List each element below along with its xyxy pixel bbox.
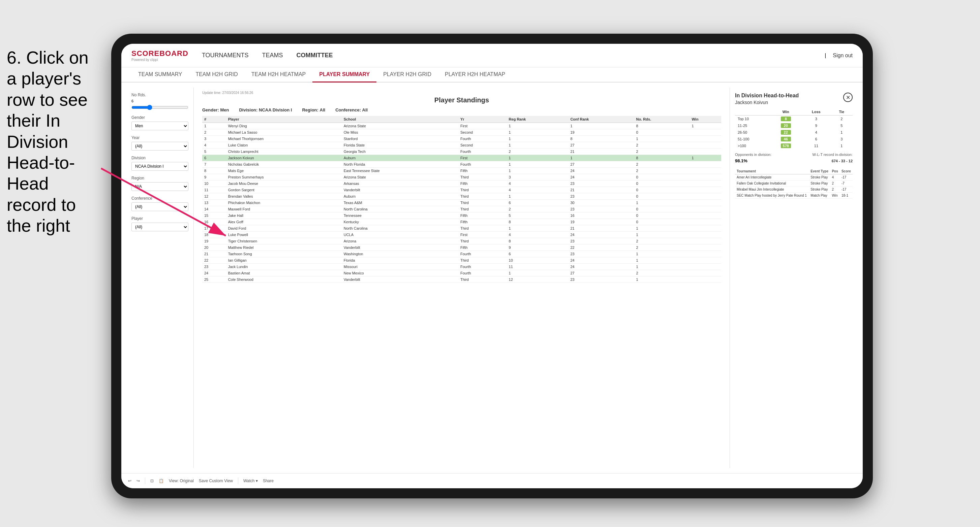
tournament-row[interactable]: Amer Ari Intercollegiate Stroke Play 4 -…	[735, 175, 853, 181]
no-rds-range[interactable]	[131, 105, 188, 110]
cell-num: 16	[202, 219, 226, 225]
year-select[interactable]: (All)	[131, 142, 188, 151]
tournament-row[interactable]: Mirabel Maui Jim Intercollegiate Stroke …	[735, 187, 853, 193]
watch-button[interactable]: Watch ▾	[243, 478, 258, 483]
tab-team-h2h-grid[interactable]: TEAM H2H GRID	[189, 67, 244, 83]
cell-school: Auburn	[342, 155, 458, 161]
cell-yr: First	[458, 232, 507, 238]
filter-division: Division NCAA Division I	[131, 156, 188, 171]
table-row[interactable]: 11 Gordon Sargent Vanderbilt Third 4 21 …	[202, 187, 721, 193]
cell-num: 23	[202, 264, 226, 270]
division-select[interactable]: NCAA Division I	[131, 162, 188, 171]
table-row[interactable]: 23 Jack Lundin Missouri Fourth 11 24 1	[202, 264, 721, 270]
nav-teams[interactable]: TEAMS	[262, 50, 283, 60]
table-row[interactable]: 12 Brendan Valles Auburn Third 1 23 0	[202, 193, 721, 200]
h2h-close-button[interactable]: ✕	[843, 93, 853, 102]
h2h-row-26-50[interactable]: 26-50 22 4 1	[735, 129, 853, 136]
table-row[interactable]: 9 Preston Summerhays Arizona State Third…	[202, 174, 721, 181]
cell-conf: 24	[568, 264, 634, 270]
cell-player: Phichaksn Maichon	[226, 200, 342, 206]
cell-player: Jackson Koivun	[226, 155, 342, 161]
table-row[interactable]: 3 Michael Thorbjornsen Stanford Fourth 1…	[202, 136, 721, 142]
h2h-row-51-100[interactable]: 51-100 46 6 3	[735, 136, 853, 143]
cell-conf: 23	[568, 181, 634, 187]
tournament-type: Stroke Play	[809, 175, 830, 181]
nav-committee[interactable]: COMMITTEE	[297, 50, 333, 60]
h2h-row-top10[interactable]: Top 10 8 3 2	[735, 116, 853, 122]
table-row[interactable]: 6 Jackson Koivun Auburn First 1 1 8 1	[202, 155, 721, 161]
cell-num: 2	[202, 129, 226, 136]
undo-button[interactable]: ↩	[128, 478, 131, 483]
sign-out-button[interactable]: Sign out	[833, 52, 853, 59]
paste-button[interactable]: 📋	[159, 478, 164, 483]
region-select[interactable]: N/A	[131, 182, 188, 191]
table-row[interactable]: 2 Michael La Sasso Ole Miss Second 1 19 …	[202, 129, 721, 136]
cell-num: 21	[202, 251, 226, 257]
no-rds-label: No Rds.	[131, 93, 188, 97]
sub-nav: TEAM SUMMARY TEAM H2H GRID TEAM H2H HEAT…	[121, 67, 863, 83]
tab-player-h2h-heatmap[interactable]: PLAYER H2H HEATMAP	[438, 67, 512, 83]
tab-player-h2h-grid[interactable]: PLAYER H2H GRID	[376, 67, 438, 83]
logo-subtitle: Powered by clippi	[131, 58, 188, 62]
tournament-row[interactable]: SEC Match Play hosted by Jerry Pate Roun…	[735, 193, 853, 199]
cell-rds: 0	[634, 193, 690, 200]
table-row[interactable]: 5 Christo Lamprecht Georgia Tech Fourth …	[202, 149, 721, 155]
nav-right: | Sign out	[825, 52, 853, 59]
cell-yr: Second	[458, 129, 507, 136]
table-row[interactable]: 15 Jake Hall Tennessee Fifth 5 16 0	[202, 213, 721, 219]
tab-team-summary[interactable]: TEAM SUMMARY	[131, 67, 189, 83]
cell-win	[690, 213, 721, 219]
h2h-table: Win Loss Tie Top 10 8 3 2	[735, 108, 853, 149]
nav-tournaments[interactable]: TOURNAMENTS	[202, 50, 249, 60]
h2h-header-row: Win Loss Tie	[735, 108, 853, 116]
table-row[interactable]: 17 David Ford North Carolina Third 1 21 …	[202, 225, 721, 232]
copy-button[interactable]: ⊡	[150, 478, 154, 483]
table-row[interactable]: 18 Luke Powell UCLA First 4 24 1	[202, 232, 721, 238]
save-custom-button[interactable]: Save Custom View	[199, 478, 233, 483]
cell-yr: First	[458, 123, 507, 129]
cell-num: 14	[202, 206, 226, 213]
h2h-loss-top10: 3	[802, 116, 831, 122]
cell-rds: 2	[634, 244, 690, 251]
cell-school: Florida	[342, 257, 458, 264]
cell-conf: 19	[568, 219, 634, 225]
table-row[interactable]: 14 Maxwell Ford North Carolina Third 2 2…	[202, 206, 721, 213]
table-row[interactable]: 10 Jacob Mou-Deese Arkansas Fifth 4 23 0	[202, 181, 721, 187]
opponents-row: Opponents in division: W-L-T record in-d…	[735, 152, 853, 157]
redo-button[interactable]: ↪	[137, 478, 140, 483]
cell-rds: 2	[634, 142, 690, 149]
cell-rds: 0	[634, 187, 690, 193]
table-row[interactable]: 20 Matthew Riedel Vanderbilt Fifth 9 22 …	[202, 244, 721, 251]
h2h-win-51-100: 46	[770, 136, 802, 143]
table-row[interactable]: 16 Alex Goff Kentucky Fifth 8 19 0	[202, 219, 721, 225]
table-row[interactable]: 7 Nicholas Gabrelcik North Florida Fourt…	[202, 161, 721, 168]
cell-player: Matthew Riedel	[226, 244, 342, 251]
table-row[interactable]: 19 Tiger Christensen Arizona Third 8 23 …	[202, 238, 721, 244]
cell-num: 7	[202, 161, 226, 168]
cell-reg: 8	[507, 238, 568, 244]
cell-win	[690, 142, 721, 149]
cell-school: Florida State	[342, 142, 458, 149]
share-button[interactable]: Share	[263, 478, 274, 483]
table-row[interactable]: 1 Wenyi Ding Arizona State First 1 1 8 1	[202, 123, 721, 129]
h2h-row-11-25[interactable]: 11-25 20 9 5	[735, 122, 853, 129]
tab-player-summary[interactable]: PLAYER SUMMARY	[312, 67, 376, 83]
tab-team-h2h-heatmap[interactable]: TEAM H2H HEATMAP	[245, 67, 313, 83]
cell-num: 17	[202, 225, 226, 232]
player-select[interactable]: (All)	[131, 222, 188, 231]
table-row[interactable]: 25 Cole Sherwood Vanderbilt Third 12 23 …	[202, 276, 721, 283]
table-row[interactable]: 24 Bastien Amat New Mexico Fourth 1 27 2	[202, 270, 721, 276]
view-original-button[interactable]: View: Original	[169, 478, 194, 483]
table-row[interactable]: 8 Mats Ege East Tennessee State Fifth 1 …	[202, 168, 721, 174]
player-label: Player	[131, 216, 188, 221]
table-row[interactable]: 4 Luke Claton Florida State Second 1 27 …	[202, 142, 721, 149]
tournament-row[interactable]: Fallen Oak Collegiate Invitational Strok…	[735, 181, 853, 187]
cell-yr: Fourth	[458, 149, 507, 155]
cell-conf: 1	[568, 155, 634, 161]
table-row[interactable]: 13 Phichaksn Maichon Texas A&M Third 6 3…	[202, 200, 721, 206]
conference-select[interactable]: (All)	[131, 202, 188, 211]
h2h-row-gt100[interactable]: >100 578 11 1	[735, 143, 853, 149]
table-row[interactable]: 22 Ian Gilligan Florida Third 10 24 1	[202, 257, 721, 264]
gender-select[interactable]: Men	[131, 122, 188, 130]
table-row[interactable]: 21 Taehoon Song Washington Fourth 6 23 1	[202, 251, 721, 257]
